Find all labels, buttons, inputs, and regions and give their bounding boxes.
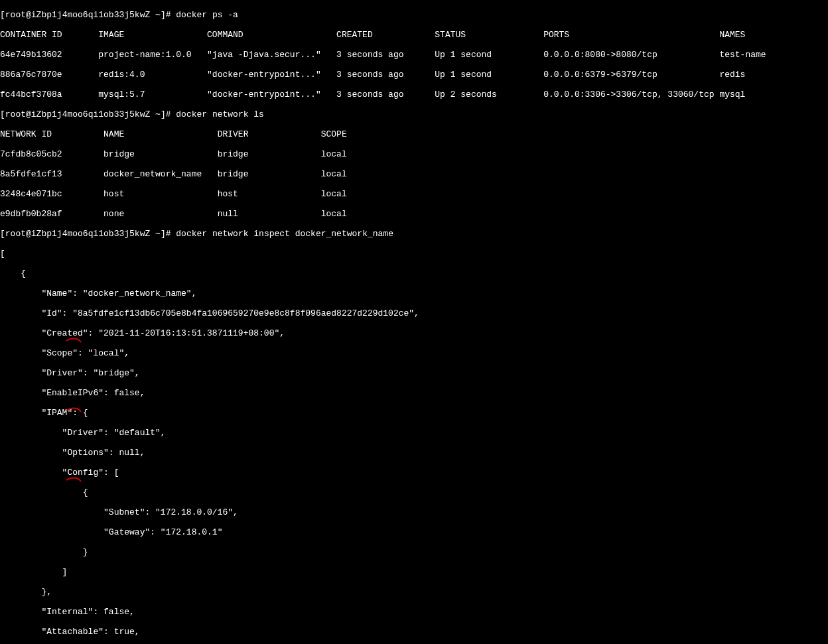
json-line: "Driver": "default", [0,428,828,438]
json-line: "Subnet": "172.18.0.0/16", [0,507,828,517]
json-line: [ [0,249,828,259]
prompt-line-2: [root@iZbp1j4moo6qi1ob33j5kwZ ~]# docker… [0,109,828,119]
json-line: "Gateway": "172.18.0.1" [0,527,828,537]
ps-header: CONTAINER ID IMAGE COMMAND CREATED STATU… [0,30,828,40]
annotation-arc-3 [66,478,81,482]
json-line: "Id": "8a5fdfe1cf13db6c705e8b4fa10696592… [0,308,828,318]
ps-row-3: fc44bcf3708a mysql:5.7 "docker-entrypoin… [0,90,828,99]
json-line: "Internal": false, [0,607,828,617]
json-line: "Config": [ [0,468,828,478]
ps-row-1: 64e749b13602 project-name:1.0.0 "java -D… [0,50,828,60]
annotation-arc-1 [66,338,81,342]
json-line: "Scope": "local", [0,348,828,358]
net-row-3: 3248c4e071bc host host local [0,189,828,199]
prompt-line-1: [root@iZbp1j4moo6qi1ob33j5kwZ ~]# docker… [0,10,828,20]
prompt-line-3: [root@iZbp1j4moo6qi1ob33j5kwZ ~]# docker… [0,229,828,239]
json-line: "Created": "2021-11-20T16:13:51.3871119+… [0,328,828,338]
net-row-4: e9dbfb0b28af none null local [0,209,828,219]
net-row-2: 8a5fdfe1cf13 docker_network_name bridge … [0,169,828,179]
json-line: "Driver": "bridge", [0,368,828,378]
json-line: "EnableIPv6": false, [0,388,828,398]
cmd-docker-ps: docker ps -a [176,10,238,20]
json-line: "IPAM": { [0,408,828,418]
json-line: }, [0,587,828,597]
json-line: ] [0,567,828,577]
json-line: } [0,547,828,557]
json-line: "Attachable": true, [0,627,828,637]
json-line: { [0,487,828,497]
json-line: "Options": null, [0,448,828,458]
cmd-docker-network-inspect: docker network inspect docker_network_na… [176,229,393,239]
cmd-docker-network-ls: docker network ls [176,109,264,119]
net-row-1: 7cfdb8c05cb2 bridge bridge local [0,149,828,159]
json-line: { [0,269,828,279]
ps-row-2: 886a76c7870e redis:4.0 "docker-entrypoin… [0,70,828,80]
net-header: NETWORK ID NAME DRIVER SCOPE [0,129,828,139]
terminal[interactable]: [root@iZbp1j4moo6qi1ob33j5kwZ ~]# docker… [0,0,828,644]
json-line: "Name": "docker_network_name", [0,289,828,298]
